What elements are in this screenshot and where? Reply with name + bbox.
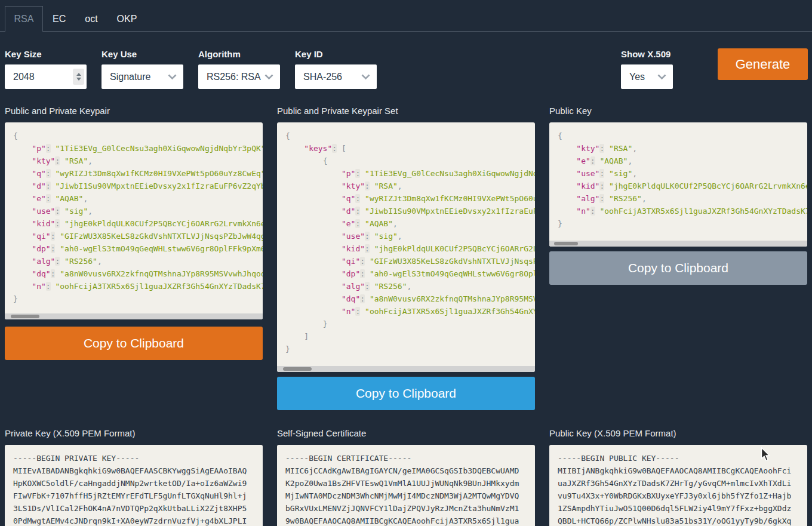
horizontal-scrollbar[interactable] (5, 313, 263, 319)
show-x509-value: Yes (621, 72, 657, 82)
key-size-stepper[interactable] (73, 69, 84, 85)
private-key-pem-text: -----BEGIN PRIVATE KEY-----MIIEvAIBADANB… (13, 452, 247, 526)
chevron-down-icon (361, 74, 370, 80)
stepper-down-icon[interactable] (76, 78, 81, 81)
chevron-down-icon (168, 74, 177, 80)
horizontal-scrollbar[interactable] (277, 366, 535, 372)
tab-bar: RSA EC oct OKP (0, 0, 812, 32)
show-x509-select[interactable]: Yes (621, 64, 673, 89)
copy-keypair-set-button[interactable]: Copy to Clipboard (277, 377, 535, 410)
tab-ec[interactable]: EC (43, 7, 75, 31)
tab-rsa[interactable]: RSA (5, 6, 43, 32)
show-x509-label: Show X.509 (621, 49, 670, 59)
scrollbar-thumb[interactable] (283, 367, 312, 371)
private-key-pem-title: Private Key (X.509 PEM Format) (5, 428, 263, 438)
public-key-json: { "kty": "RSA", "e": "AQAB", "use": "sig… (558, 130, 807, 230)
algorithm-label: Algorithm (198, 49, 241, 59)
key-id-select[interactable]: SHA-256 (295, 64, 377, 89)
key-id-value: SHA-256 (295, 72, 361, 82)
public-key-code-block: { "kty": "RSA", "e": "AQAB", "use": "sig… (549, 122, 807, 247)
key-size-input[interactable]: 2048 (5, 64, 87, 89)
keypair-set-column: Public and Private Keypair Set { "keys":… (277, 106, 535, 116)
key-use-select[interactable]: Signature (102, 64, 183, 89)
public-key-pem-column: Public Key (X.509 PEM Format) -----BEGIN… (549, 428, 807, 438)
tab-oct[interactable]: oct (75, 7, 107, 31)
chevron-down-icon (657, 74, 666, 80)
keypair-set-code-block: { "keys": [ { "p": "1TiE3EVg_G0lCecNsu3a… (277, 122, 535, 372)
copy-public-key-button[interactable]: Copy to Clipboard (549, 251, 807, 285)
keypair-code-block: { "p": "1TiE3EVg_G0lCecNsu3agh0XiGqwowNg… (5, 122, 263, 319)
generate-button[interactable]: Generate (718, 48, 808, 80)
certificate-title: Self-Signed Certificate (277, 428, 535, 438)
public-key-title: Public Key (549, 106, 807, 116)
copy-keypair-button[interactable]: Copy to Clipboard (5, 327, 263, 360)
certificate-column: Self-Signed Certificate -----BEGIN CERTI… (277, 428, 535, 438)
key-id-label: Key ID (295, 49, 323, 59)
public-key-pem-title: Public Key (X.509 PEM Format) (549, 428, 807, 438)
private-key-pem-column: Private Key (X.509 PEM Format) -----BEGI… (5, 428, 263, 438)
keypair-column: Public and Private Keypair { "p": "1TiE3… (5, 106, 263, 116)
key-use-label: Key Use (102, 49, 137, 59)
keypair-set-json: { "keys": [ { "p": "1TiE3EVg_G0lCecNsu3a… (285, 130, 535, 355)
algorithm-select[interactable]: RS256: RSA (198, 64, 280, 89)
chevron-down-icon (264, 74, 273, 80)
private-key-pem-block: -----BEGIN PRIVATE KEY-----MIIEvAIBADANB… (5, 445, 263, 526)
mouse-cursor (761, 447, 771, 465)
horizontal-scrollbar[interactable] (549, 241, 807, 247)
certificate-block: -----BEGIN CERTIFICATE-----MIIC6jCCAdKgA… (277, 445, 535, 526)
public-key-column: Public Key { "kty": "RSA", "e": "AQAB", … (549, 106, 807, 116)
algorithm-value: RS256: RSA (198, 72, 264, 82)
key-use-value: Signature (102, 72, 168, 82)
key-size-label: Key Size (5, 49, 42, 59)
keypair-title: Public and Private Keypair (5, 106, 263, 116)
keypair-set-title: Public and Private Keypair Set (277, 106, 535, 116)
key-size-value[interactable]: 2048 (5, 72, 73, 82)
stepper-up-icon[interactable] (76, 73, 81, 76)
scrollbar-thumb[interactable] (11, 315, 39, 318)
public-key-pem-text: -----BEGIN PUBLIC KEY-----MIIBIjANBgkqhk… (558, 452, 791, 526)
tab-okp[interactable]: OKP (107, 7, 147, 31)
keypair-json: { "p": "1TiE3EVg_G0lCecNsu3agh0XiGqwowNg… (13, 130, 263, 305)
scrollbar-thumb[interactable] (554, 242, 578, 245)
page: { "tabs": [ {"label": "RSA", "active": t… (0, 0, 812, 526)
certificate-text: -----BEGIN CERTIFICATE-----MIIC6jCCAdKgA… (285, 452, 519, 526)
